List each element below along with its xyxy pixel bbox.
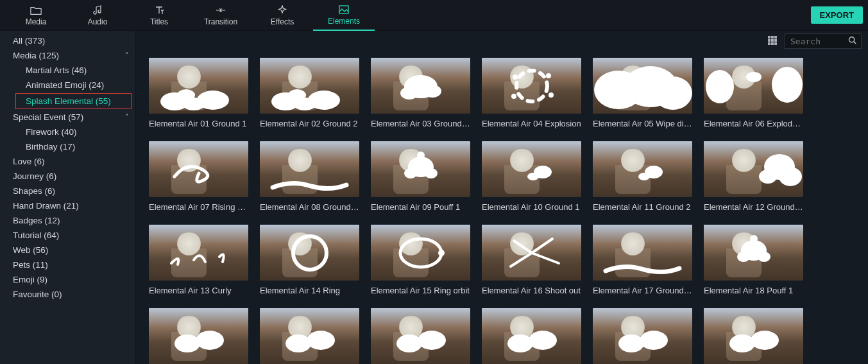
svg-point-18	[511, 94, 516, 99]
tab-transition[interactable]: Transition	[190, 0, 251, 31]
svg-point-38	[438, 250, 445, 256]
sidebar-item[interactable]: Emoji (9)	[0, 272, 135, 287]
effect-overlay-icon	[260, 225, 359, 281]
sidebar-item-label: Animated Emoji (24)	[26, 80, 104, 90]
sidebar-item[interactable]: Pets (11)	[0, 257, 135, 272]
svg-point-44	[737, 252, 750, 262]
svg-line-42	[511, 253, 532, 266]
elements-grid-scroll[interactable]: Elemental Air 01 Ground 1Elemental Air 0…	[136, 51, 868, 364]
sidebar-item[interactable]: Special Event (57)˅	[0, 110, 135, 125]
sidebar-item[interactable]: Hand Drawn (21)	[0, 198, 135, 213]
element-card[interactable]: Elemental Air 18 Pouff 1	[704, 225, 803, 295]
element-card[interactable]	[149, 308, 248, 364]
tab-titles[interactable]: Titles	[128, 0, 190, 31]
svg-point-13	[423, 85, 441, 98]
effect-overlay-icon	[704, 58, 803, 114]
sidebar-item[interactable]: Animated Emoji (24)	[0, 78, 135, 92]
tab-effects[interactable]: Effects	[251, 0, 313, 31]
element-card[interactable]	[260, 308, 359, 364]
element-card[interactable]: Elemental Air 04 Explosion	[482, 58, 581, 128]
element-card[interactable]: Elemental Air 17 Ground ...	[593, 225, 692, 295]
sidebar-item[interactable]: Media (125)˅	[0, 48, 135, 63]
element-thumbnail	[482, 225, 581, 281]
tab-label: Audio	[88, 17, 108, 26]
tab-elements[interactable]: Elements	[313, 0, 375, 31]
sidebar-item-label: Emoji (9)	[13, 275, 47, 284]
svg-point-37	[400, 239, 441, 267]
element-card[interactable]: Elemental Air 15 Ring orbit	[371, 225, 470, 295]
svg-point-56	[640, 331, 668, 350]
sidebar-item-label: Special Event (57)	[13, 112, 83, 122]
svg-point-49	[285, 334, 311, 352]
svg-point-58	[751, 331, 779, 350]
element-thumbnail	[593, 141, 692, 197]
sidebar-item[interactable]: Splash Elemental (55)	[15, 93, 132, 109]
export-button[interactable]: EXPORT	[811, 6, 863, 24]
sidebar-item-label: All (373)	[13, 36, 45, 46]
element-card[interactable]	[482, 308, 581, 364]
sidebar-item[interactable]: Journey (6)	[0, 169, 135, 184]
element-card[interactable]: Elemental Air 07 Rising st...	[149, 141, 248, 212]
element-label: Elemental Air 15 Ring orbit	[371, 281, 470, 295]
element-card[interactable]: Elemental Air 10 Ground 1	[482, 141, 581, 212]
effect-overlay-icon	[593, 225, 692, 281]
sidebar-item[interactable]: Favourite (0)	[0, 287, 135, 302]
sidebar-item[interactable]: Birthday (17)	[0, 139, 135, 154]
element-card[interactable]	[371, 308, 470, 364]
element-card[interactable]: Elemental Air 06 Explode ...	[704, 58, 803, 128]
sidebar-item-label: Web (56)	[13, 245, 48, 255]
sidebar-collapse-handle[interactable]: ◀	[135, 198, 136, 217]
element-card[interactable]: Elemental Air 16 Shoot out	[482, 225, 581, 295]
sidebar-item[interactable]: Shapes (6)	[0, 184, 135, 198]
svg-point-46	[750, 235, 758, 243]
sidebar-item-label: Martial Arts (46)	[26, 65, 87, 75]
sidebar-item-label: Love (6)	[13, 157, 45, 166]
element-card[interactable]: Elemental Air 02 Ground 2	[260, 58, 359, 128]
sidebar-item[interactable]: Love (6)	[0, 154, 135, 169]
effect-overlay-icon	[149, 308, 248, 364]
element-card[interactable]: Elemental Air 05 Wipe dis...	[593, 58, 692, 128]
sidebar-item-label: Birthday (17)	[26, 142, 75, 152]
sidebar-item[interactable]: Firework (40)	[0, 125, 135, 139]
top-toolbar: MediaAudioTitlesTransitionEffectsElement…	[0, 0, 868, 31]
element-card[interactable]	[704, 308, 803, 364]
element-card[interactable]: Elemental Air 12 Ground ...	[704, 141, 803, 212]
svg-point-54	[529, 331, 557, 350]
sidebar-item[interactable]: Web (56)	[0, 243, 135, 257]
element-thumbnail	[371, 141, 470, 197]
effect-overlay-icon	[371, 141, 470, 197]
element-label: Elemental Air 01 Ground 1	[149, 114, 248, 128]
element-card[interactable]: Elemental Air 03 Ground ...	[371, 58, 470, 128]
element-thumbnail	[482, 141, 581, 197]
effect-overlay-icon	[149, 58, 248, 114]
element-card[interactable]	[593, 308, 692, 364]
element-card[interactable]: Elemental Air 08 Ground ...	[260, 141, 359, 212]
chevron-down-icon: ˅	[125, 51, 129, 60]
element-card[interactable]: Elemental Air 13 Curly	[149, 225, 248, 295]
element-card[interactable]: Elemental Air 09 Pouff 1	[371, 141, 470, 212]
element-label: Elemental Air 13 Curly	[149, 281, 248, 295]
element-label: Elemental Air 09 Pouff 1	[371, 197, 470, 212]
sidebar-item[interactable]: Badges (12)	[0, 213, 135, 228]
sidebar-item[interactable]: All (373)	[0, 33, 135, 48]
svg-point-6	[177, 89, 195, 101]
search-box[interactable]	[785, 33, 862, 49]
grid-drag-icon[interactable]	[768, 36, 778, 46]
tab-media[interactable]: Media	[5, 0, 67, 31]
sidebar-item[interactable]: Martial Arts (46)	[0, 63, 135, 78]
element-label: Elemental Air 07 Rising st...	[149, 197, 248, 212]
element-card[interactable]: Elemental Air 14 Ring	[260, 225, 359, 295]
tab-audio[interactable]: Audio	[67, 0, 128, 31]
main-panel: Elemental Air 01 Ground 1Elemental Air 0…	[136, 31, 868, 364]
sidebar-item[interactable]: Tutorial (64)	[0, 228, 135, 243]
element-card[interactable]: Elemental Air 11 Ground 2	[593, 141, 692, 212]
element-card[interactable]: Elemental Air 01 Ground 1	[149, 58, 248, 128]
element-label: Elemental Air 17 Ground ...	[593, 281, 692, 295]
sidebar-item-label: Hand Drawn (21)	[13, 201, 79, 211]
sidebar-item-label: Media (125)	[13, 51, 59, 60]
sparkle-icon	[277, 4, 287, 16]
effect-overlay-icon	[704, 225, 803, 281]
element-thumbnail	[149, 225, 248, 281]
search-input[interactable]	[790, 37, 848, 46]
search-icon[interactable]	[848, 36, 856, 46]
